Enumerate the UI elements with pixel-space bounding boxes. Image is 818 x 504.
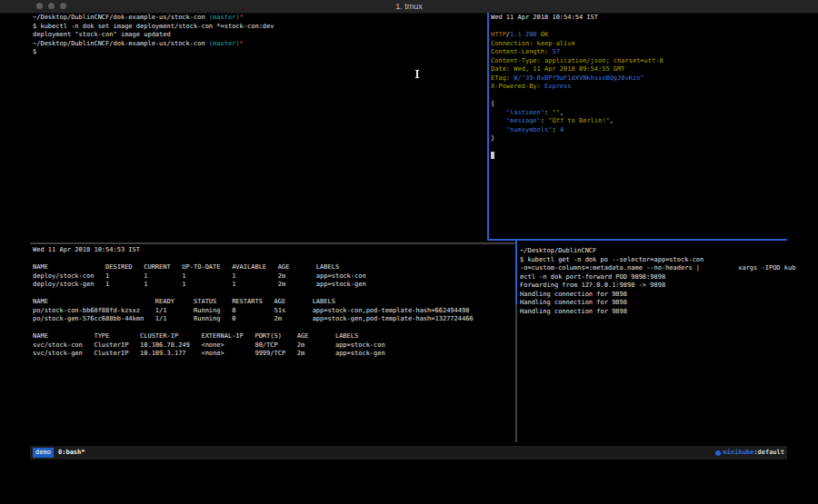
terminal-line: ~/Desktop/DublinCNCF/dok-example-us/stoc…: [33, 40, 483, 49]
pane-bottom-right[interactable]: ~/Desktop/DublinCNCF$ kubectl get -n dok…: [520, 247, 789, 316]
k8s-cluster-label: minikube: [723, 446, 754, 460]
terminal-line: {: [491, 100, 787, 109]
terminal-line: "numsymbols": 4: [491, 126, 787, 135]
terminal-line: deploy/stock-con 1 1 1 1 2m app=stock-co…: [33, 272, 513, 282]
terminal-line: "message": "Off to Berlin!",: [491, 117, 787, 126]
terminal-line: Content-Length: 57: [491, 48, 787, 57]
session-badge[interactable]: demo: [33, 448, 54, 458]
terminal-line: }: [491, 134, 787, 143]
terminal-line: po/stock-gen-576cc688bb-44kmn 1/1 Runnin…: [33, 315, 513, 324]
pane-divider-top-vertical[interactable]: [487, 13, 489, 240]
terminal-line: "lastseen": "",: [491, 109, 787, 118]
window-titlebar: 1. tmux: [0, 0, 818, 14]
terminal-line: NAME DESIRED CURRENT UP-TO-DATE AVAILABL…: [33, 263, 513, 272]
terminal-line: X-Powered-By: Express: [491, 83, 787, 92]
pane-bottom-left[interactable]: Wed 11 Apr 2018 10:54:53 IST NAME DESIRE…: [33, 246, 513, 359]
terminal-line: Handling connection for 9898: [520, 291, 789, 300]
terminal-line: ETag: W/"39-0xBPf9aF1dXVNkhsxoBQgJ8vKzo": [491, 74, 787, 84]
terminal-line: Handling connection for 9898: [520, 308, 789, 317]
terminal-line: [33, 290, 513, 299]
status-right: minikube :default: [715, 446, 784, 460]
terminal-line: -o=custom-columns=:metadata.name --no-he…: [520, 264, 789, 273]
terminal-line: Handling connection for 9898: [520, 299, 789, 308]
terminal-line: Content-Type: application/json; charset=…: [491, 57, 787, 66]
terminal-line: [491, 143, 787, 153]
pane-divider-bottom-vertical-upper[interactable]: [515, 240, 517, 304]
terminal-line: [33, 324, 513, 333]
pane-top-left[interactable]: ~/Desktop/DublinCNCF/dok-example-us/stoc…: [33, 14, 483, 57]
terminal-line: svc/stock-con ClusterIP 10.106.78.249 <n…: [33, 341, 513, 351]
terminal-line: HTTP/1.1 200 OK: [491, 31, 787, 40]
terminal-line: [491, 23, 787, 32]
terminal-line: svc/stock-gen ClusterIP 10.109.3.177 <no…: [33, 350, 513, 359]
k8s-namespace-label: :default: [753, 446, 784, 460]
terminal-line: [491, 92, 787, 101]
pane-divider-right-horizontal[interactable]: [487, 239, 787, 241]
terminal-line: Wed 11 Apr 2018 10:54:54 IST: [491, 14, 787, 23]
terminal-line: NAME TYPE CLUSTER-IP EXTERNAL-IP PORT(S)…: [33, 332, 513, 341]
pane-divider-left-horizontal[interactable]: [30, 242, 515, 244]
terminal-line: po/stock-con-bb68f88fd-kzsxz 1/1 Running…: [33, 307, 513, 316]
terminal-line: Wed 11 Apr 2018 10:54:53 IST: [33, 246, 513, 255]
window-title: 1. tmux: [0, 0, 818, 13]
terminal-window: 1. tmux ~/Desktop/DublinCNCF/dok-example…: [0, 0, 818, 504]
terminal-line: NAME READY STATUS RESTARTS AGE LABELS: [33, 298, 513, 307]
terminal-line: deploy/stock-gen 1 1 1 1 2m app=stock-ge…: [33, 281, 513, 290]
terminal-line: Connection: keep-alive: [491, 40, 787, 49]
tmux-status-bar: demo 0:bash* minikube :default: [30, 446, 787, 460]
terminal-line: Date: Wed, 11 Apr 2018 09:54:55 GMT: [491, 65, 787, 74]
terminal-line: [33, 255, 513, 264]
window-tab-bash[interactable]: 0:bash*: [58, 446, 85, 460]
terminal-line: $ kubectl get -n dok po --selector=app=s…: [520, 256, 789, 265]
terminal-line: ~/Desktop/DublinCNCF: [520, 247, 789, 256]
terminal-line: $ kubectl -n dok set image deployment/st…: [33, 23, 483, 32]
mouse-ibeam-cursor: [414, 70, 419, 78]
terminal-line: ectl -n dok port-forward POD 9898:9898: [520, 273, 789, 282]
pane-divider-bottom-vertical-lower[interactable]: [515, 304, 517, 442]
terminal-line: $: [33, 48, 483, 57]
pane-top-right[interactable]: Wed 11 Apr 2018 10:54:54 IST HTTP/1.1 20…: [491, 14, 787, 161]
terminal-line: ~/Desktop/DublinCNCF/dok-example-us/stoc…: [33, 14, 483, 23]
terminal-line: Forwarding from 127.0.0.1:9898 -> 9898: [520, 282, 789, 291]
terminal-line: deployment "stock-con" image updated: [33, 31, 483, 40]
kubernetes-context-icon: [715, 450, 721, 456]
terminal-line: [491, 152, 787, 161]
